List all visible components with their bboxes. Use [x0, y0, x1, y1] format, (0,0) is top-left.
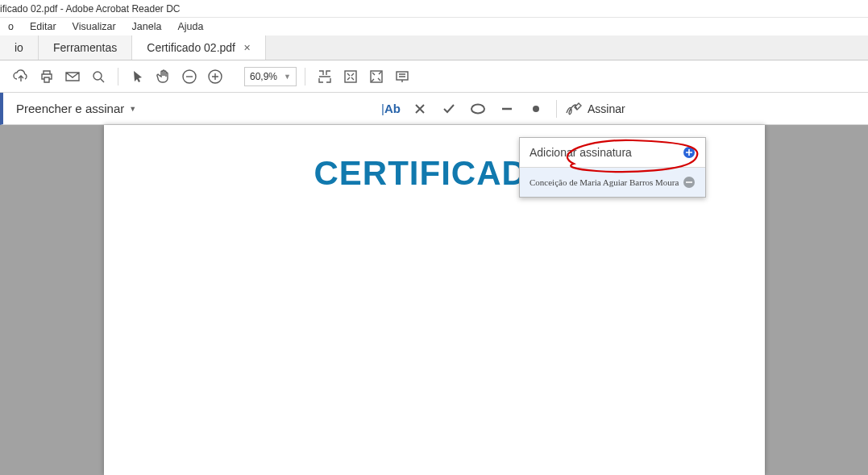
tab-inicio-label: io — [15, 41, 23, 54]
x-mark-tool[interactable] — [408, 98, 432, 120]
print-icon[interactable] — [35, 65, 58, 88]
svg-rect-3 — [345, 71, 356, 82]
tab-bar: io Ferramentas Certificado 02.pdf ✕ — [0, 35, 868, 60]
chevron-down-icon: ▼ — [284, 73, 291, 81]
tab-inicio[interactable]: io — [0, 35, 39, 60]
tab-ferramentas[interactable]: Ferramentas — [39, 35, 132, 60]
checkmark-tool[interactable] — [437, 98, 461, 120]
toolbar-separator — [305, 68, 305, 85]
read-mode-icon[interactable] — [391, 65, 413, 88]
svg-point-7 — [533, 106, 539, 112]
dot-tool[interactable] — [524, 98, 548, 120]
menu-ajuda[interactable]: Ajuda — [169, 19, 211, 34]
text-tool-label: Ab — [384, 102, 401, 115]
zoom-value: 60,9% — [250, 71, 277, 82]
pointer-icon[interactable] — [127, 65, 149, 88]
menu-visualizar[interactable]: Visualizar — [64, 19, 124, 34]
existing-signature-preview: Conceição de Maria Aguiar Barros Moura — [530, 177, 679, 187]
menu-bar: o Editar Visualizar Janela Ajuda — [0, 18, 868, 35]
fit-page-icon[interactable] — [339, 65, 362, 88]
signature-popup: Adicionar assinatura Conceição de Maria … — [519, 137, 706, 198]
cloud-save-icon[interactable] — [10, 65, 32, 88]
text-tool[interactable]: |Ab — [379, 98, 403, 120]
window-title: ificado 02.pdf - Adobe Acrobat Reader DC — [0, 3, 180, 15]
sign-label: Assinar — [588, 102, 625, 115]
search-icon[interactable] — [87, 65, 110, 88]
existing-signature-button[interactable]: Conceição de Maria Aguiar Barros Moura — [520, 167, 705, 197]
mail-icon[interactable] — [61, 65, 84, 88]
add-signature-label: Adicionar assinatura — [530, 146, 632, 159]
tab-document[interactable]: Certificado 02.pdf ✕ — [132, 35, 266, 60]
fill-sign-title[interactable]: Preencher e assinar ▼ — [16, 102, 136, 115]
main-toolbar: 60,9% ▼ — [0, 60, 868, 93]
zoom-out-icon[interactable] — [178, 65, 201, 88]
plus-icon — [683, 146, 696, 159]
menu-janela[interactable]: Janela — [124, 19, 170, 34]
line-tool[interactable] — [495, 98, 519, 120]
signature-icon — [565, 101, 583, 117]
window-titlebar: ificado 02.pdf - Adobe Acrobat Reader DC — [0, 0, 868, 18]
fill-sign-tools: |Ab Assinar — [379, 98, 625, 120]
svg-point-6 — [471, 104, 484, 113]
toolbar-separator — [118, 68, 118, 85]
svg-rect-5 — [397, 72, 408, 80]
svg-point-0 — [93, 72, 102, 80]
add-signature-button[interactable]: Adicionar assinatura — [520, 138, 705, 167]
zoom-level-selector[interactable]: 60,9% ▼ — [244, 67, 297, 86]
menu-editar[interactable]: Editar — [22, 19, 64, 34]
document-viewer: CERTIFICADO — [0, 125, 868, 475]
fill-sign-toolbar: Preencher e assinar ▼ |Ab Assinar — [0, 93, 868, 125]
menu-arquivo[interactable]: o — [0, 19, 22, 34]
fill-sign-label: Preencher e assinar — [16, 102, 124, 115]
fit-width-icon[interactable] — [314, 65, 336, 88]
tab-ferramentas-label: Ferramentas — [53, 41, 117, 54]
tab-document-label: Certificado 02.pdf — [147, 41, 235, 54]
hand-icon[interactable] — [152, 65, 175, 88]
toolbar-separator — [556, 100, 557, 118]
minus-icon[interactable] — [683, 176, 696, 189]
circle-tool[interactable] — [466, 98, 490, 120]
fullscreen-icon[interactable] — [365, 65, 388, 88]
zoom-in-icon[interactable] — [204, 65, 226, 88]
chevron-down-icon: ▼ — [129, 105, 136, 113]
sign-button[interactable]: Assinar — [565, 101, 625, 117]
close-tab-icon[interactable]: ✕ — [243, 43, 251, 53]
